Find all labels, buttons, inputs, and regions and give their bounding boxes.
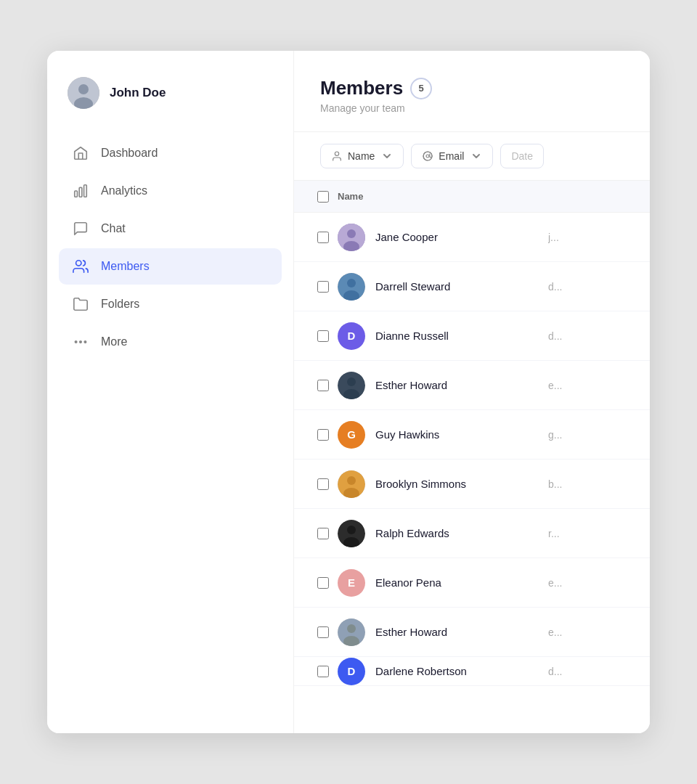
sidebar-item-label: Members <box>101 260 150 273</box>
row-checkbox-cell[interactable] <box>309 281 338 293</box>
table-row[interactable]: Brooklyn Simmons b... <box>294 460 650 509</box>
avatar <box>338 618 365 646</box>
main-header: Members 5 Manage your team <box>294 51 650 132</box>
avatar <box>338 520 365 547</box>
sidebar-item-label: Analytics <box>101 184 147 197</box>
folders-icon <box>72 295 89 313</box>
chat-icon <box>72 220 89 237</box>
svg-point-14 <box>347 229 356 238</box>
row-checkbox[interactable] <box>317 380 329 391</box>
row-checkbox-cell[interactable] <box>309 330 338 342</box>
sidebar-item-more[interactable]: More <box>59 324 282 360</box>
row-checkbox[interactable] <box>317 666 329 677</box>
row-checkbox[interactable] <box>317 528 329 539</box>
svg-point-6 <box>76 261 81 266</box>
sidebar-item-members[interactable]: Members <box>59 248 282 285</box>
table-row[interactable]: G Guy Hawkins g... <box>294 410 650 460</box>
home-icon <box>72 144 89 162</box>
sidebar-header: John Doe <box>47 77 293 135</box>
member-email: g... <box>548 429 635 441</box>
table-row[interactable]: Darrell Steward d... <box>294 262 650 311</box>
svg-rect-3 <box>75 191 78 197</box>
row-checkbox-cell[interactable] <box>309 380 338 391</box>
member-name: Esther Howard <box>375 379 548 391</box>
svg-rect-4 <box>79 187 82 197</box>
sidebar-item-folders[interactable]: Folders <box>59 286 282 322</box>
member-email: e... <box>548 626 635 638</box>
avatar: G <box>338 421 365 449</box>
row-checkbox[interactable] <box>317 330 329 342</box>
svg-point-17 <box>347 279 356 287</box>
app-container: John Doe Dashboard <box>47 51 650 733</box>
member-email: d... <box>548 666 635 677</box>
table-row[interactable]: Esther Howard e... <box>294 608 650 657</box>
sidebar-username: John Doe <box>110 86 166 100</box>
row-checkbox[interactable] <box>317 626 329 638</box>
table-header-row: Name <box>294 181 650 213</box>
table-row[interactable]: Ralph Edwards r... <box>294 509 650 558</box>
members-title-row: Members 5 <box>320 77 624 99</box>
main-content: Members 5 Manage your team Name <box>294 51 650 733</box>
row-checkbox[interactable] <box>317 429 329 441</box>
email-filter-button[interactable]: Email <box>411 144 493 168</box>
row-checkbox-cell[interactable] <box>309 478 338 490</box>
svg-point-20 <box>347 377 356 386</box>
date-filter-placeholder: Date <box>511 150 533 162</box>
row-checkbox-cell[interactable] <box>309 626 338 638</box>
member-email: r... <box>548 528 635 539</box>
sidebar-item-analytics[interactable]: Analytics <box>59 173 282 209</box>
members-table: Name Jane Cooper j... Darrell Steward d <box>294 181 650 733</box>
table-row[interactable]: Esther Howard e... <box>294 361 650 410</box>
sidebar-item-label: Chat <box>101 222 126 235</box>
sidebar-item-label: More <box>101 335 127 348</box>
member-name: Brooklyn Simmons <box>375 478 548 490</box>
svg-point-10 <box>335 152 338 155</box>
name-filter-label: Name <box>348 150 375 162</box>
avatar <box>338 470 365 498</box>
row-checkbox-cell[interactable] <box>309 429 338 441</box>
member-name: Guy Hawkins <box>375 428 548 441</box>
row-checkbox[interactable] <box>317 577 329 589</box>
sidebar-item-dashboard[interactable]: Dashboard <box>59 135 282 171</box>
select-all-checkbox[interactable] <box>317 191 329 203</box>
row-checkbox[interactable] <box>317 281 329 293</box>
date-filter-button[interactable]: Date <box>500 144 544 168</box>
avatar: D <box>338 322 365 350</box>
member-name: Ralph Edwards <box>375 527 548 539</box>
members-count-badge: 5 <box>410 78 432 99</box>
person-icon <box>331 150 343 162</box>
avatar: E <box>338 569 365 597</box>
svg-point-26 <box>347 526 356 534</box>
sidebar-item-label: Folders <box>101 298 139 311</box>
col-name-header: Name <box>338 191 548 202</box>
row-checkbox-cell[interactable] <box>309 232 338 243</box>
email-icon <box>422 150 433 162</box>
row-checkbox-cell[interactable] <box>309 666 338 677</box>
sidebar-item-label: Dashboard <box>101 147 158 160</box>
row-checkbox[interactable] <box>317 232 329 243</box>
table-row[interactable]: D Dianne Russell d... <box>294 311 650 361</box>
header-checkbox-cell[interactable] <box>309 191 338 203</box>
member-name: Jane Cooper <box>375 231 548 243</box>
filter-row: Name Email Date <box>294 132 650 181</box>
sidebar-item-chat[interactable]: Chat <box>59 211 282 247</box>
row-checkbox-cell[interactable] <box>309 528 338 539</box>
chevron-down-icon <box>381 150 393 162</box>
members-subtitle: Manage your team <box>320 102 624 114</box>
table-row[interactable]: Jane Cooper j... <box>294 213 650 262</box>
table-row[interactable]: E Eleanor Pena e... <box>294 558 650 608</box>
sidebar: John Doe Dashboard <box>47 51 294 733</box>
member-name: Esther Howard <box>375 626 548 638</box>
member-name: Darlene Robertson <box>375 665 548 677</box>
name-filter-button[interactable]: Name <box>320 144 404 168</box>
svg-rect-5 <box>84 185 87 197</box>
avatar <box>338 224 365 251</box>
svg-point-23 <box>347 476 356 485</box>
svg-point-7 <box>75 341 76 343</box>
member-name: Darrell Steward <box>375 280 548 293</box>
avatar <box>338 273 365 301</box>
more-icon <box>72 333 89 351</box>
table-row[interactable]: D Darlene Robertson d... <box>294 657 650 686</box>
row-checkbox-cell[interactable] <box>309 577 338 589</box>
row-checkbox[interactable] <box>317 478 329 490</box>
